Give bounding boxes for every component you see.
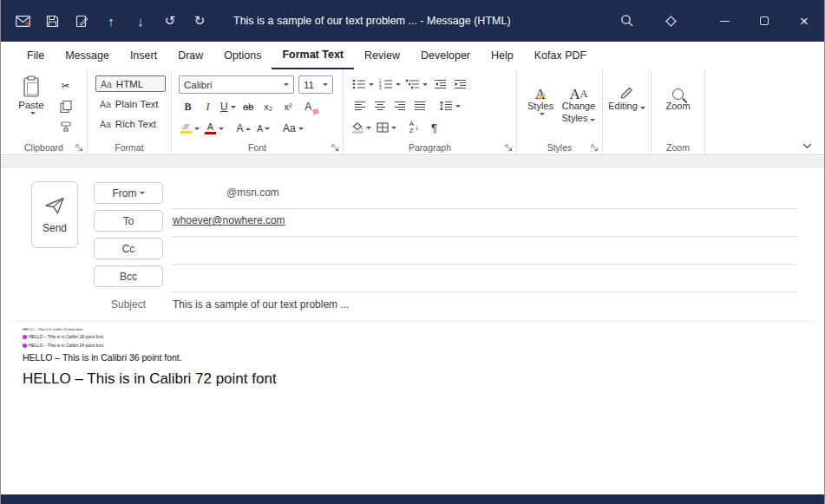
superscript-button[interactable]: x² [279,98,298,115]
up-triangle-icon [246,128,251,130]
change-case-button[interactable]: Aa [281,120,305,137]
tab-draw[interactable]: Draw [167,42,213,69]
clear-formatting-button[interactable]: A [299,98,318,115]
underline-button[interactable]: U [219,98,238,115]
font-group-label: Font [172,142,343,153]
paste-button[interactable]: Paste [11,75,51,141]
chevron-down-icon [323,83,328,86]
bcc-button[interactable]: Bcc [94,265,163,287]
tab-file[interactable]: File [16,42,55,69]
redo-icon[interactable]: ↻ [190,11,209,30]
increase-indent-button[interactable] [451,75,469,93]
search-icon[interactable] [606,0,649,42]
from-value[interactable]: @msn.com [226,187,279,199]
text-highlight-button[interactable] [179,120,201,137]
multilevel-list-button[interactable] [404,75,429,93]
subject-input[interactable]: This is a sample of our text problem ... [173,298,349,311]
save-icon[interactable] [43,11,62,30]
chevron-down-icon [298,128,304,130]
tab-message[interactable]: Message [55,42,120,69]
clipboard-dialog-launcher[interactable] [75,143,83,152]
line-spacing-button[interactable] [437,97,462,115]
bullets-button[interactable] [350,75,376,93]
change-styles-label-1: Change [562,101,596,112]
status-bar [1,494,824,504]
to-recipient[interactable]: whoever@nowhere.com [173,214,285,226]
tab-help[interactable]: Help [481,42,524,69]
aa-glyph: Aa [100,99,111,109]
maximize-button[interactable] [744,0,784,42]
decrease-indent-button[interactable] [431,75,449,93]
tab-review[interactable]: Review [354,42,410,69]
editing-button[interactable]: Editing [608,75,645,141]
borders-button[interactable] [375,119,398,136]
message-body-editor[interactable]: HELLO – This is in Calibri 12 point font… [23,327,807,388]
justify-button[interactable] [410,97,429,115]
font-color-button[interactable]: A [203,120,226,137]
zoom-button[interactable]: Zoom [658,75,698,141]
align-right-button[interactable] [390,97,409,115]
format-html-button[interactable]: Aa HTML [95,75,166,92]
from-field-divider [172,208,797,209]
show-hide-paragraph-button[interactable]: ¶ [425,119,443,136]
paste-icon [22,75,41,98]
chevron-down-icon [194,128,200,130]
tab-insert[interactable]: Insert [120,42,167,69]
editing-label: Editing [608,101,645,112]
window-title: This is a sample of our text problem ...… [233,15,511,27]
cut-icon[interactable]: ✂ [56,77,75,95]
emoji-icon [23,344,27,348]
tab-format-text[interactable]: Format Text [272,42,354,69]
font-family-combo[interactable]: Calibri [179,75,294,94]
from-button[interactable]: From [94,182,163,204]
to-field-divider [172,236,797,237]
font-dialog-launcher[interactable] [331,143,339,152]
sort-button[interactable]: AZ ↓ [405,119,423,136]
strikethrough-button[interactable]: ab [239,98,258,115]
body-line-emoji-1: HELLO – This is in Calibri 18 point font… [23,332,807,341]
format-painter-icon[interactable] [56,119,75,136]
shading-button[interactable] [350,119,373,136]
tab-developer[interactable]: Developer [410,42,481,69]
bcc-label: Bcc [120,271,137,283]
chevron-down-icon [231,106,236,108]
shrink-font-button[interactable]: A [254,120,272,137]
copy-icon[interactable] [56,98,75,115]
diamond-icon[interactable] [649,0,692,42]
paragraph-dialog-launcher[interactable] [504,143,513,152]
subscript-button[interactable]: x₂ [259,98,278,115]
tab-options[interactable]: Options [213,42,272,69]
to-button[interactable]: To [94,210,163,232]
numbering-button[interactable]: 123 [377,75,403,93]
tab-kofax-pdf[interactable]: Kofax PDF [524,42,597,69]
up-arrow-icon[interactable]: ↑ [101,11,121,30]
format-rich-label: Rich Text [115,119,156,129]
close-button[interactable]: × [784,0,824,42]
clipboard-small-buttons: ✂ [56,75,75,141]
edit-message-icon[interactable] [72,11,91,30]
font-size-value: 11 [304,80,314,90]
change-styles-button[interactable]: AA Change Styles [560,75,597,141]
styles-button[interactable]: A Styles [522,75,559,141]
format-group-label: Format [88,142,171,153]
group-font: Calibri 11 B I U ab x₂ x² A A A [172,69,344,154]
undo-icon[interactable]: ↺ [160,11,180,30]
app-icon[interactable] [13,11,32,30]
send-button[interactable]: Send [31,181,78,248]
bold-button[interactable]: B [179,98,197,115]
collapse-ribbon-icon[interactable] [802,143,812,149]
chevron-down-icon [391,127,396,129]
format-plain-text-button[interactable]: Aa Plain Text [95,95,166,112]
grow-font-button[interactable]: A [234,120,252,137]
chevron-down-icon [366,127,371,129]
align-left-button[interactable] [350,97,369,115]
cc-button[interactable]: Cc [94,238,163,259]
font-size-combo[interactable]: 11 [298,75,333,94]
format-rich-text-button[interactable]: Aa Rich Text [95,115,166,132]
minimize-button[interactable] [704,0,744,42]
send-label: Send [43,222,67,234]
styles-dialog-launcher[interactable] [590,143,599,152]
italic-button[interactable]: I [199,98,217,115]
down-arrow-icon[interactable]: ↓ [131,11,150,30]
align-center-button[interactable] [370,97,389,115]
